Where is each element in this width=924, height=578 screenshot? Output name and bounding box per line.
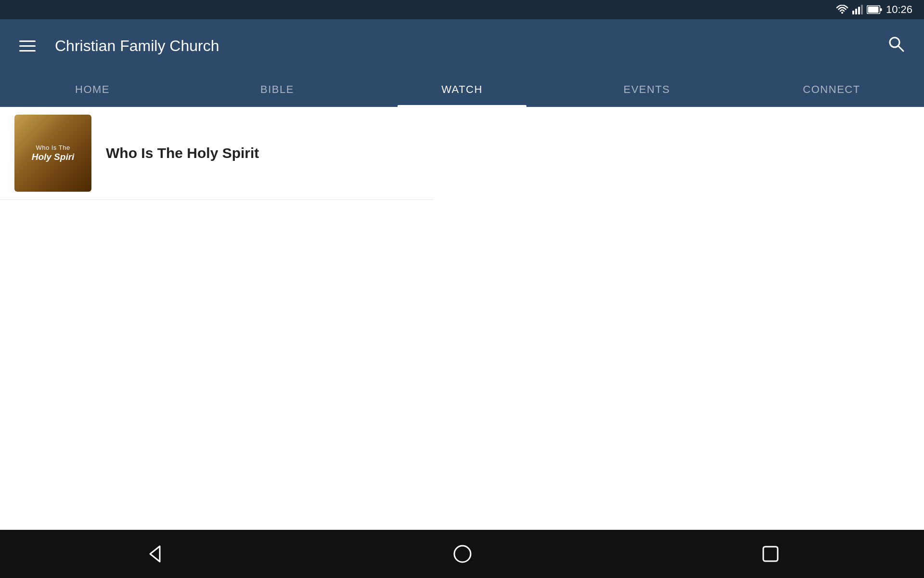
- svg-marker-10: [150, 546, 160, 562]
- recent-apps-button[interactable]: [742, 537, 799, 571]
- svg-rect-3: [858, 7, 860, 14]
- hamburger-line-2: [19, 45, 36, 47]
- svg-rect-1: [852, 11, 854, 14]
- svg-point-11: [454, 546, 471, 562]
- nav-tabs: HOME BIBLE WATCH EVENTS CONNECT: [0, 72, 924, 107]
- battery-icon: [867, 5, 882, 14]
- hamburger-button[interactable]: [14, 36, 40, 56]
- status-icons: 10:26: [836, 3, 912, 16]
- status-bar: 10:26: [0, 0, 924, 19]
- video-thumbnail: Who Is The Holy Spiri: [14, 115, 91, 192]
- main-content: Who Is The Holy Spiri Who Is The Holy Sp…: [0, 107, 924, 530]
- video-info: Who Is The Holy Spirit: [106, 145, 259, 161]
- status-time: 10:26: [886, 3, 912, 16]
- tab-watch[interactable]: WATCH: [370, 72, 554, 107]
- tab-home[interactable]: HOME: [0, 72, 185, 107]
- svg-line-9: [898, 46, 903, 51]
- bottom-nav-bar: [0, 530, 924, 578]
- search-button[interactable]: [883, 30, 910, 62]
- back-button[interactable]: [125, 537, 183, 571]
- thumbnail-line2: Holy Spiri: [32, 152, 75, 162]
- svg-rect-6: [868, 7, 878, 13]
- tab-events[interactable]: EVENTS: [554, 72, 739, 107]
- svg-point-0: [841, 12, 843, 14]
- back-icon: [144, 544, 164, 564]
- svg-rect-4: [861, 5, 863, 14]
- search-icon: [887, 35, 905, 53]
- recent-icon: [761, 545, 780, 563]
- app-title: Christian Family Church: [55, 37, 883, 55]
- hamburger-line-1: [19, 40, 36, 42]
- svg-rect-7: [880, 8, 882, 11]
- signal-icon: [852, 5, 863, 14]
- video-title: Who Is The Holy Spirit: [106, 145, 259, 161]
- thumbnail-line1: Who Is The: [36, 144, 70, 151]
- hamburger-line-3: [19, 50, 36, 52]
- thumbnail-text-block: Who Is The Holy Spiri: [14, 115, 91, 192]
- tab-bible[interactable]: BIBLE: [185, 72, 370, 107]
- svg-rect-12: [763, 547, 778, 561]
- svg-rect-2: [855, 9, 857, 14]
- wifi-icon: [836, 5, 848, 14]
- video-list-item[interactable]: Who Is The Holy Spiri Who Is The Holy Sp…: [0, 107, 433, 200]
- home-icon: [453, 544, 472, 564]
- home-button[interactable]: [434, 537, 491, 571]
- app-bar: Christian Family Church: [0, 19, 924, 72]
- tab-connect[interactable]: CONNECT: [739, 72, 924, 107]
